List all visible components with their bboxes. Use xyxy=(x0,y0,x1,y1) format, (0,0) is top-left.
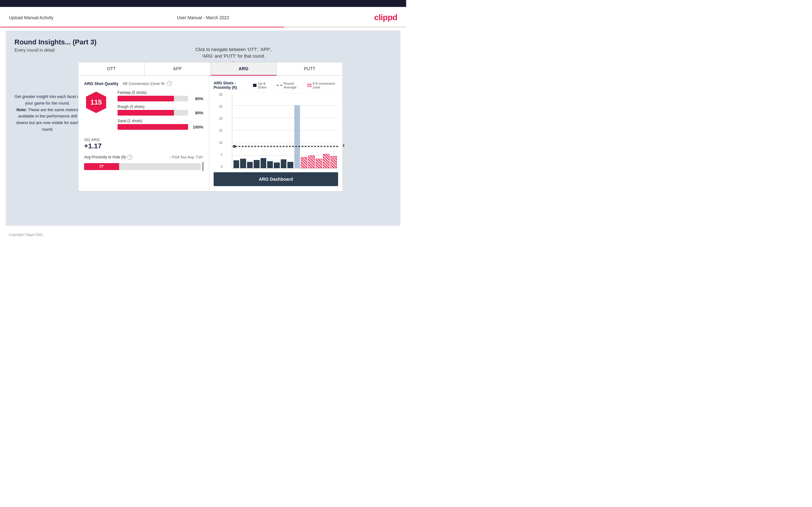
sg-label: SG ARG xyxy=(84,137,203,142)
legend-label-round-avg: Round Average xyxy=(284,81,303,89)
legend-swatch-hatch xyxy=(308,84,311,87)
copyright-text: Copyright Clippd 2021 xyxy=(9,233,43,236)
shot-bars: Fairway (5 shots) 80% Rough (5 shots) xyxy=(117,91,203,133)
legend-label-up-down: Up & Down xyxy=(258,81,272,89)
proximity-cursor xyxy=(203,162,203,171)
bar-label-fairway: Fairway (5 shots) xyxy=(117,91,203,95)
legend-round-avg: Round Average xyxy=(277,81,303,89)
dashed-line-value: 8 xyxy=(343,144,344,148)
chart-bar-hatch xyxy=(308,156,314,168)
chart-bar xyxy=(247,162,253,168)
chart-bar xyxy=(281,159,287,168)
legend: Up & Down Round Average 6 ft conversion … xyxy=(253,81,338,89)
legend-up-down: Up & Down xyxy=(253,81,272,89)
insight-note: Note: xyxy=(16,107,27,112)
y-axis-labels: 30 25 20 15 10 5 0 xyxy=(214,93,222,168)
hex-number: 115 xyxy=(91,98,102,106)
proximity-bar-fill: 77' xyxy=(84,163,119,170)
proximity-help-icon[interactable]: ? xyxy=(127,155,132,160)
right-panel: ARG Shots - Proximity (ft) Up & Down Rou… xyxy=(209,76,343,191)
section-title: Round Insights... (Part 3) xyxy=(14,38,392,46)
chart-bar xyxy=(287,162,293,168)
proximity-bar-bg: 77' xyxy=(84,163,201,170)
dashboard-card: OTT APP ARG PUTT ARG Shot Quality 6ft Co… xyxy=(78,62,343,191)
main-content: Round Insights... (Part 3) Every round i… xyxy=(6,31,401,226)
dashed-reference-line: 8 xyxy=(232,146,338,148)
bar-pct-rough: 80% xyxy=(191,111,203,115)
proximity-label: Avg Proximity to Hole (ft) ? xyxy=(84,155,132,160)
bar-pct-sand: 100% xyxy=(191,125,203,129)
hex-wrapper: 115 xyxy=(84,91,108,114)
user-manual-label: User Manual - March 2022 xyxy=(177,15,230,20)
proximity-value: 77' xyxy=(99,164,104,169)
chart-bar-hatch xyxy=(301,157,307,168)
chart-bar-hatch xyxy=(323,154,329,168)
legend-6ft-zone: 6 ft conversion zone xyxy=(308,81,338,89)
sg-value: +1.17 xyxy=(84,142,203,150)
sg-section: SG ARG +1.17 xyxy=(84,137,203,150)
tab-ott[interactable]: OTT xyxy=(79,62,145,75)
tab-arg[interactable]: ARG xyxy=(211,62,277,75)
quality-label: ARG Shot Quality xyxy=(84,81,118,86)
card-body: ARG Shot Quality 6ft Conversion Zone % ?… xyxy=(79,76,343,191)
bar-label-sand: Sand (1 shots) xyxy=(117,119,203,123)
chart-bar xyxy=(254,160,259,168)
bar-pct-fairway: 80% xyxy=(191,96,203,101)
chart-bar-hatch xyxy=(316,159,322,168)
bar-row-sand: Sand (1 shots) 100% xyxy=(117,119,203,130)
bar-row-rough: Rough (5 shots) 80% xyxy=(117,105,203,116)
chart-area: 8 xyxy=(232,93,338,168)
chart-bar xyxy=(267,161,273,168)
bar-row-fairway: Fairway (5 shots) 80% xyxy=(117,91,203,101)
header-divider xyxy=(0,27,406,27)
chart-bars xyxy=(232,93,338,168)
legend-swatch-dashed xyxy=(277,85,282,86)
chart-bar xyxy=(240,159,246,168)
chart-bar-hatch xyxy=(331,156,337,168)
proximity-section: Avg Proximity to Hole (ft) ? ↑ PGA Tour … xyxy=(84,155,203,171)
legend-swatch-solid xyxy=(253,84,256,87)
footer: Copyright Clippd 2021 xyxy=(0,229,406,240)
proximity-bar-container: 77' xyxy=(84,162,203,171)
bar-fill-sand xyxy=(117,124,188,130)
chart-bar xyxy=(274,163,280,168)
bar-fill-rough xyxy=(117,110,174,116)
tabs-bar: OTT APP ARG PUTT xyxy=(79,62,343,76)
hexagon-badge: 115 xyxy=(84,91,108,114)
arg-dashboard-button[interactable]: ARG Dashboard xyxy=(214,172,338,186)
top-bar xyxy=(0,0,406,7)
legend-label-6ft-zone: 6 ft conversion zone xyxy=(313,81,338,89)
chart-bar-tall xyxy=(294,105,300,168)
chart-wrapper: 30 25 20 15 10 5 0 xyxy=(223,93,338,168)
clippd-logo: clippd xyxy=(374,13,397,22)
right-panel-header: ARG Shots - Proximity (ft) Up & Down Rou… xyxy=(214,81,338,90)
upload-manual-label: Upload Manual Activity xyxy=(9,15,54,20)
insight-text: Get greater insight into each facet of y… xyxy=(14,94,81,133)
left-panel: ARG Shot Quality 6ft Conversion Zone % ?… xyxy=(79,76,209,191)
panel-header: ARG Shot Quality 6ft Conversion Zone % ? xyxy=(84,81,203,86)
dashed-dot xyxy=(233,145,236,148)
chart-bar xyxy=(234,160,239,168)
annotation-text: Click to navigate between 'OTT', 'APP', … xyxy=(195,46,271,59)
right-title: ARG Shots - Proximity (ft) xyxy=(214,81,253,90)
tab-app[interactable]: APP xyxy=(145,62,211,75)
bar-fill-fairway xyxy=(117,96,174,101)
bar-label-rough: Rough (5 shots) xyxy=(117,105,203,109)
pga-tour-avg: ↑ PGA Tour Avg: 7'10" xyxy=(169,155,203,159)
tab-putt[interactable]: PUTT xyxy=(277,62,343,75)
help-icon[interactable]: ? xyxy=(167,81,172,86)
header: Upload Manual Activity User Manual - Mar… xyxy=(0,7,406,27)
conversion-label: 6ft Conversion Zone % xyxy=(123,81,164,86)
chart-bar xyxy=(261,158,266,168)
hex-area: 115 Fairway (5 shots) 80% xyxy=(84,91,203,133)
